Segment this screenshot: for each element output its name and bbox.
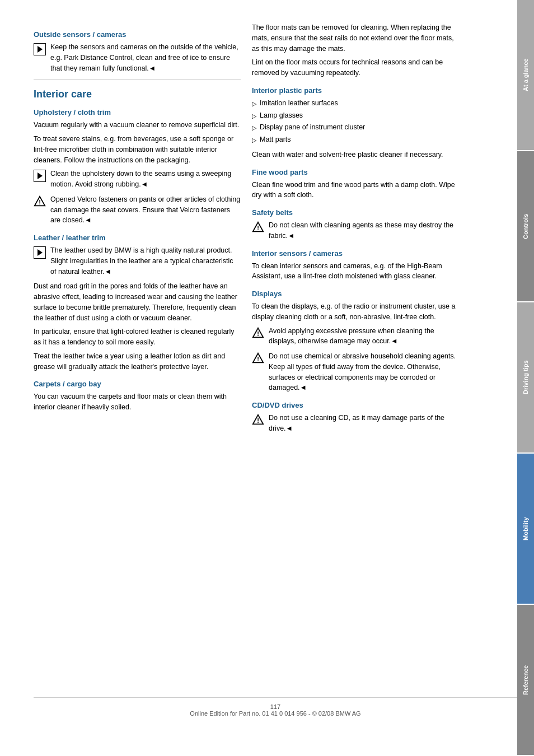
svg-marker-0 [38,46,43,53]
leather-p1: Dust and road grit in the pores and fold… [34,281,241,323]
interior-sensors-p1: To clean interior sensors and cameras, e… [252,261,459,282]
safety-belts-warning: ! Do not clean with cleaning agents as t… [252,220,459,241]
interior-plastic-bullets: ▷ Imitation leather surfaces ▷ Lamp glas… [252,98,459,145]
displays-warning2: ! Do not use chemical or abrasive househ… [252,351,459,393]
cd-dvd-heading: CD/DVD drives [252,401,459,409]
outside-sensors-note: Keep the sensors and cameras on the outs… [34,42,241,73]
floor-mats-p1: The floor mats can be removed for cleani… [252,22,459,54]
safety-belts-warning-text: Do not clean with cleaning agents as the… [269,220,459,241]
main-content: Outside sensors / cameras Keep the senso… [0,0,517,756]
carpets-p1: You can vacuum the carpets and floor mat… [34,391,241,413]
svg-text:!: ! [257,225,259,231]
fine-wood-section: Fine wood parts Clean fine wood trim and… [252,168,459,201]
right-sidebar: At a glance Controls Driving tips Mobili… [517,0,534,756]
upholstery-p1: Vacuum regularly with a vacuum cleaner t… [34,120,241,130]
cd-dvd-section: CD/DVD drives ! Do not use a cleaning CD… [252,401,459,434]
safety-belts-section: Safety belts ! Do not clean with cleanin… [252,208,459,241]
svg-text:!: ! [257,330,259,337]
bullet-matt: ▷ Matt parts [252,134,459,145]
bullet-arrow-3: ▷ [252,123,256,133]
displays-warning1: ! Avoid applying excessive pressure when… [252,326,459,347]
upholstery-heading: Upholstery / cloth trim [34,108,241,116]
sidebar-tab-reference[interactable]: Reference [517,605,534,755]
carpets-section: Carpets / cargo bay You can vacuum the c… [34,380,241,413]
svg-text:!: ! [257,356,259,362]
outside-sensors-text: Keep the sensors and cameras on the outs… [50,42,241,73]
sidebar-tab-at-a-glance[interactable]: At a glance [517,0,534,150]
fine-wood-heading: Fine wood parts [252,168,459,176]
leather-play-icon [34,246,46,259]
floor-mats-section: The floor mats can be removed for cleani… [252,22,459,78]
leather-p3: Treat the leather twice a year using a l… [34,351,241,372]
bullet-arrow-4: ▷ [252,136,256,145]
note-play-icon [34,43,46,55]
interior-sensors-section: Interior sensors / cameras To clean inte… [252,249,459,282]
carpets-heading: Carpets / cargo bay [34,380,241,388]
safety-belts-heading: Safety belts [252,208,459,217]
leather-note: The leather used by BMW is a high qualit… [34,245,241,277]
leather-heading: Leather / leather trim [34,234,241,242]
displays-heading: Displays [252,290,459,298]
sidebar-tab-driving-tips[interactable]: Driving tips [517,302,534,452]
interior-care-heading: Interior care [34,88,241,100]
left-column: Outside sensors / cameras Keep the senso… [34,22,241,734]
upholstery-warning1-text: Opened Velcro fasteners on pants or othe… [50,194,241,226]
divider-1 [34,79,241,80]
interior-plastic-section: Interior plastic parts ▷ Imitation leath… [252,86,459,160]
svg-marker-1 [38,172,43,179]
bullet-arrow-2: ▷ [252,111,256,121]
bullet-imitation: ▷ Imitation leather surfaces [252,98,459,109]
fine-wood-p1: Clean fine wood trim and fine wood parts… [252,180,459,201]
footer-text: Online Edition for Part no. 01 41 0 014 … [190,710,360,717]
page-footer: 117 Online Edition for Part no. 01 41 0 … [34,697,517,722]
displays-warning-icon-2: ! [252,352,264,365]
cd-dvd-warning-text: Do not use a cleaning CD, as it may dama… [269,413,459,434]
outside-sensors-heading: Outside sensors / cameras [34,30,241,39]
svg-marker-4 [38,249,43,256]
upholstery-section: Upholstery / cloth trim Vacuum regularly… [34,108,241,226]
displays-warning1-text: Avoid applying excessive pressure when c… [269,326,459,347]
bullet-display: ▷ Display pane of instrument cluster [252,122,459,133]
upholstery-warning-icon: ! [34,195,46,208]
displays-warning-icon-1: ! [252,327,264,339]
page-container: Outside sensors / cameras Keep the senso… [0,0,534,756]
right-column: The floor mats can be removed for cleani… [252,22,459,734]
upholstery-note1-text: Clean the upholstery down to the seams u… [50,169,241,190]
bullet-arrow-1: ▷ [252,99,256,109]
sidebar-tab-controls[interactable]: Controls [517,151,534,301]
interior-plastic-heading: Interior plastic parts [252,86,459,95]
outside-sensors-section: Outside sensors / cameras Keep the senso… [34,30,241,73]
upholstery-p2: To treat severe stains, e.g. from bevera… [34,134,241,165]
safety-belts-warning-icon: ! [252,221,264,234]
displays-p1: To clean the displays, e.g. of the radio… [252,301,459,323]
displays-warning2-text: Do not use chemical or abrasive househol… [269,351,459,393]
page-number: 117 [270,703,280,710]
cd-dvd-warning-icon: ! [252,414,264,426]
leather-section: Leather / leather trim The leather used … [34,234,241,372]
interior-sensors-heading: Interior sensors / cameras [252,249,459,258]
bullet-lamp: ▷ Lamp glasses [252,110,459,121]
upholstery-warning1: ! Opened Velcro fasteners on pants or ot… [34,194,241,226]
svg-text:!: ! [257,417,259,424]
floor-mats-p2: Lint on the floor mats occurs for techni… [252,57,459,78]
cd-dvd-warning: ! Do not use a cleaning CD, as it may da… [252,413,459,434]
upholstery-play-icon [34,170,46,182]
interior-plastic-p1: Clean with water and solvent-free plasti… [252,150,459,160]
sidebar-tab-mobility[interactable]: Mobility [517,454,534,604]
svg-text:!: ! [39,198,41,205]
displays-section: Displays To clean the displays, e.g. of … [252,290,459,393]
leather-note-text: The leather used by BMW is a high qualit… [50,245,241,277]
upholstery-note1: Clean the upholstery down to the seams u… [34,169,241,190]
leather-p2: In particular, ensure that light-colored… [34,326,241,348]
